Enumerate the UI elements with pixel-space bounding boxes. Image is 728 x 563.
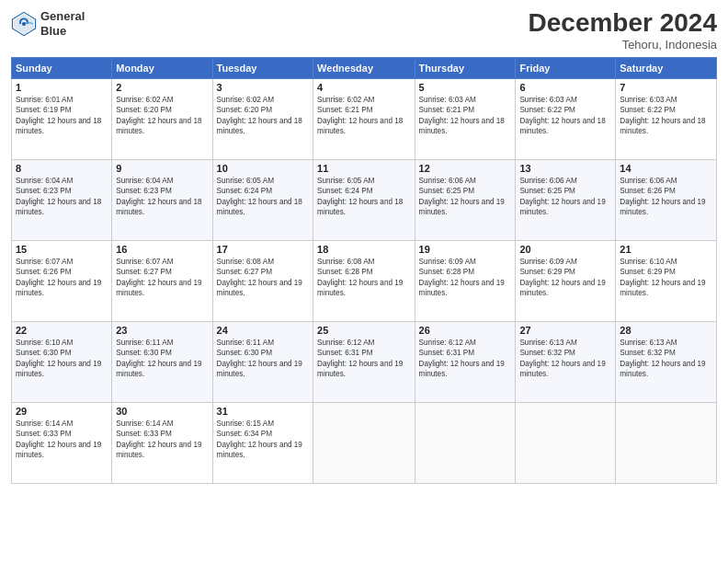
table-row: 6 Sunrise: 6:03 AM Sunset: 6:22 PM Dayli…	[516, 78, 616, 159]
page: General Blue December 2024 Tehoru, Indon…	[0, 0, 728, 563]
table-row: 10 Sunrise: 6:05 AM Sunset: 6:24 PM Dayl…	[212, 159, 313, 240]
col-tuesday: Tuesday	[212, 57, 313, 78]
day-info: Sunrise: 6:08 AM Sunset: 6:28 PM Dayligh…	[317, 257, 410, 299]
day-number: 15	[16, 244, 108, 255]
col-wednesday: Wednesday	[313, 57, 415, 78]
day-info: Sunrise: 6:11 AM Sunset: 6:30 PM Dayligh…	[217, 338, 309, 380]
day-number: 7	[620, 82, 712, 93]
month-title: December 2024	[529, 9, 717, 38]
day-info: Sunrise: 6:02 AM Sunset: 6:20 PM Dayligh…	[217, 95, 309, 137]
table-row: 3 Sunrise: 6:02 AM Sunset: 6:20 PM Dayli…	[212, 78, 313, 159]
day-info: Sunrise: 6:11 AM Sunset: 6:30 PM Dayligh…	[116, 338, 208, 380]
table-row	[313, 402, 415, 483]
day-number: 10	[217, 163, 309, 174]
day-number: 16	[116, 244, 208, 255]
day-info: Sunrise: 6:04 AM Sunset: 6:23 PM Dayligh…	[16, 176, 108, 218]
day-number: 14	[620, 163, 712, 174]
col-saturday: Saturday	[616, 57, 717, 78]
day-info: Sunrise: 6:01 AM Sunset: 6:19 PM Dayligh…	[16, 95, 108, 137]
day-number: 9	[116, 163, 208, 174]
table-row: 2 Sunrise: 6:02 AM Sunset: 6:20 PM Dayli…	[112, 78, 212, 159]
day-info: Sunrise: 6:12 AM Sunset: 6:31 PM Dayligh…	[419, 338, 512, 380]
day-number: 4	[317, 82, 410, 93]
day-number: 12	[419, 163, 512, 174]
calendar-week-row: 15 Sunrise: 6:07 AM Sunset: 6:26 PM Dayl…	[12, 240, 717, 321]
col-thursday: Thursday	[415, 57, 516, 78]
day-info: Sunrise: 6:03 AM Sunset: 6:21 PM Dayligh…	[419, 95, 512, 137]
day-info: Sunrise: 6:08 AM Sunset: 6:27 PM Dayligh…	[217, 257, 309, 299]
logo-text: General Blue	[40, 9, 85, 38]
title-block: December 2024 Tehoru, Indonesia	[529, 9, 717, 52]
day-number: 6	[519, 82, 611, 93]
table-row: 16 Sunrise: 6:07 AM Sunset: 6:27 PM Dayl…	[112, 240, 212, 321]
day-number: 29	[16, 406, 108, 417]
day-info: Sunrise: 6:07 AM Sunset: 6:27 PM Dayligh…	[116, 257, 208, 299]
day-info: Sunrise: 6:07 AM Sunset: 6:26 PM Dayligh…	[16, 257, 108, 299]
day-number: 22	[16, 325, 108, 336]
table-row: 8 Sunrise: 6:04 AM Sunset: 6:23 PM Dayli…	[12, 159, 112, 240]
calendar-header-row: Sunday Monday Tuesday Wednesday Thursday…	[12, 57, 717, 78]
subtitle: Tehoru, Indonesia	[529, 38, 717, 52]
day-info: Sunrise: 6:03 AM Sunset: 6:22 PM Dayligh…	[620, 95, 712, 137]
table-row	[415, 402, 516, 483]
calendar-week-row: 8 Sunrise: 6:04 AM Sunset: 6:23 PM Dayli…	[12, 159, 717, 240]
logo: General Blue	[11, 9, 85, 38]
col-monday: Monday	[112, 57, 212, 78]
day-number: 18	[317, 244, 410, 255]
table-row: 1 Sunrise: 6:01 AM Sunset: 6:19 PM Dayli…	[12, 78, 112, 159]
day-info: Sunrise: 6:05 AM Sunset: 6:24 PM Dayligh…	[217, 176, 309, 218]
table-row: 18 Sunrise: 6:08 AM Sunset: 6:28 PM Dayl…	[313, 240, 415, 321]
day-number: 1	[16, 82, 108, 93]
day-info: Sunrise: 6:09 AM Sunset: 6:28 PM Dayligh…	[419, 257, 512, 299]
table-row: 22 Sunrise: 6:10 AM Sunset: 6:30 PM Dayl…	[12, 321, 112, 402]
table-row: 27 Sunrise: 6:13 AM Sunset: 6:32 PM Dayl…	[516, 321, 616, 402]
table-row: 7 Sunrise: 6:03 AM Sunset: 6:22 PM Dayli…	[616, 78, 717, 159]
day-info: Sunrise: 6:09 AM Sunset: 6:29 PM Dayligh…	[519, 257, 611, 299]
table-row: 4 Sunrise: 6:02 AM Sunset: 6:21 PM Dayli…	[313, 78, 415, 159]
table-row: 21 Sunrise: 6:10 AM Sunset: 6:29 PM Dayl…	[616, 240, 717, 321]
day-info: Sunrise: 6:13 AM Sunset: 6:32 PM Dayligh…	[519, 338, 611, 380]
table-row	[516, 402, 616, 483]
day-number: 3	[217, 82, 309, 93]
table-row: 29 Sunrise: 6:14 AM Sunset: 6:33 PM Dayl…	[12, 402, 112, 483]
day-info: Sunrise: 6:02 AM Sunset: 6:20 PM Dayligh…	[116, 95, 208, 137]
day-info: Sunrise: 6:05 AM Sunset: 6:24 PM Dayligh…	[317, 176, 410, 218]
day-number: 31	[217, 406, 309, 417]
header: General Blue December 2024 Tehoru, Indon…	[11, 9, 717, 52]
table-row: 25 Sunrise: 6:12 AM Sunset: 6:31 PM Dayl…	[313, 321, 415, 402]
calendar-week-row: 22 Sunrise: 6:10 AM Sunset: 6:30 PM Dayl…	[12, 321, 717, 402]
day-number: 21	[620, 244, 712, 255]
table-row: 5 Sunrise: 6:03 AM Sunset: 6:21 PM Dayli…	[415, 78, 516, 159]
day-number: 13	[519, 163, 611, 174]
table-row: 23 Sunrise: 6:11 AM Sunset: 6:30 PM Dayl…	[112, 321, 212, 402]
day-info: Sunrise: 6:14 AM Sunset: 6:33 PM Dayligh…	[116, 419, 208, 461]
table-row: 26 Sunrise: 6:12 AM Sunset: 6:31 PM Dayl…	[415, 321, 516, 402]
day-number: 30	[116, 406, 208, 417]
calendar-table: Sunday Monday Tuesday Wednesday Thursday…	[11, 57, 717, 484]
calendar-week-row: 1 Sunrise: 6:01 AM Sunset: 6:19 PM Dayli…	[12, 78, 717, 159]
calendar-week-row: 29 Sunrise: 6:14 AM Sunset: 6:33 PM Dayl…	[12, 402, 717, 483]
table-row: 28 Sunrise: 6:13 AM Sunset: 6:32 PM Dayl…	[616, 321, 717, 402]
table-row: 30 Sunrise: 6:14 AM Sunset: 6:33 PM Dayl…	[112, 402, 212, 483]
day-number: 11	[317, 163, 410, 174]
logo-icon	[11, 11, 37, 37]
table-row: 12 Sunrise: 6:06 AM Sunset: 6:25 PM Dayl…	[415, 159, 516, 240]
day-number: 26	[419, 325, 512, 336]
day-number: 27	[519, 325, 611, 336]
day-number: 2	[116, 82, 208, 93]
day-number: 24	[217, 325, 309, 336]
col-sunday: Sunday	[12, 57, 112, 78]
day-info: Sunrise: 6:03 AM Sunset: 6:22 PM Dayligh…	[519, 95, 611, 137]
table-row: 17 Sunrise: 6:08 AM Sunset: 6:27 PM Dayl…	[212, 240, 313, 321]
day-number: 5	[419, 82, 512, 93]
day-info: Sunrise: 6:15 AM Sunset: 6:34 PM Dayligh…	[217, 419, 309, 461]
table-row: 19 Sunrise: 6:09 AM Sunset: 6:28 PM Dayl…	[415, 240, 516, 321]
day-info: Sunrise: 6:02 AM Sunset: 6:21 PM Dayligh…	[317, 95, 410, 137]
col-friday: Friday	[516, 57, 616, 78]
day-number: 20	[519, 244, 611, 255]
day-info: Sunrise: 6:06 AM Sunset: 6:25 PM Dayligh…	[419, 176, 512, 218]
table-row: 11 Sunrise: 6:05 AM Sunset: 6:24 PM Dayl…	[313, 159, 415, 240]
day-number: 23	[116, 325, 208, 336]
day-info: Sunrise: 6:06 AM Sunset: 6:26 PM Dayligh…	[620, 176, 712, 218]
table-row: 9 Sunrise: 6:04 AM Sunset: 6:23 PM Dayli…	[112, 159, 212, 240]
